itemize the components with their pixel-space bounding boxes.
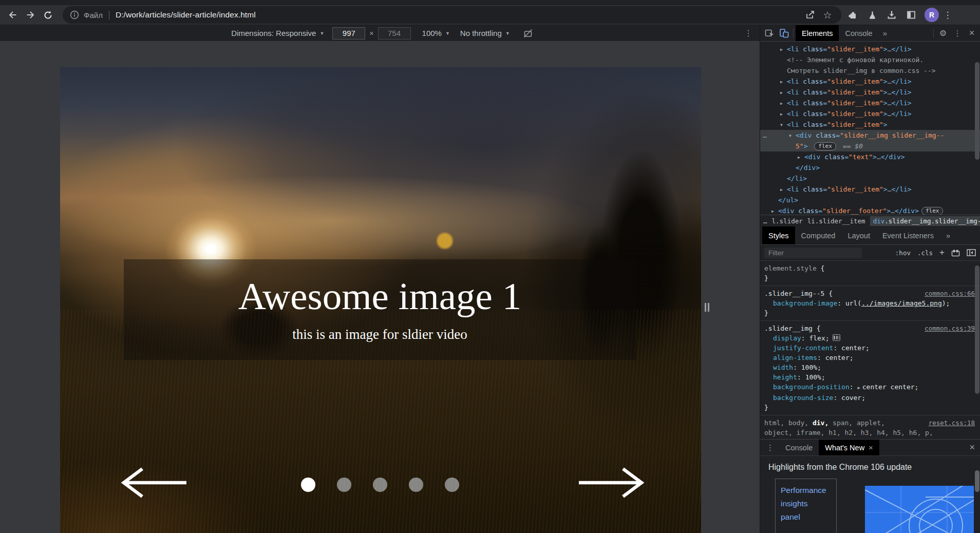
- rotate-viewport-button[interactable]: [522, 28, 534, 39]
- css-declaration[interactable]: display: flex;: [764, 333, 975, 343]
- css-declaration[interactable]: width: 100%;: [764, 363, 975, 372]
- slider-dot[interactable]: [337, 478, 351, 492]
- rule-selector[interactable]: element.style {: [764, 263, 975, 273]
- sidebar-tab-event-listeners[interactable]: Event Listeners: [876, 226, 940, 244]
- bookmark-button[interactable]: ☆: [819, 7, 836, 23]
- expand-arrow-icon[interactable]: ▼: [780, 120, 787, 130]
- breadcrumb-item[interactable]: li.slider__item: [807, 217, 865, 225]
- styles-filter-input[interactable]: Filter: [764, 248, 862, 258]
- drawer-menu-icon[interactable]: ⋮: [766, 443, 774, 452]
- toggle-device-toolbar-button[interactable]: [777, 27, 791, 40]
- dom-tree-row[interactable]: ▶<div class="text">…</div>: [760, 151, 980, 162]
- drawer-tab-what-s-new[interactable]: What's New×: [819, 440, 879, 455]
- css-property-name[interactable]: display: [773, 334, 801, 342]
- slider-dot[interactable]: [373, 478, 387, 492]
- dom-tree-row[interactable]: <!-- Элемент с фоновой картинокой.: [760, 54, 980, 65]
- zoom-select[interactable]: 100%▼: [422, 29, 450, 37]
- dom-tree-row[interactable]: ▶<li class="slider__item">…</li>: [760, 184, 980, 195]
- css-property-name[interactable]: background-size: [773, 394, 833, 402]
- close-tab-icon[interactable]: ×: [869, 443, 873, 452]
- dom-tree-row[interactable]: 5"> flex == $0: [760, 141, 980, 151]
- dom-tree-row[interactable]: ▶<li class="slider__item">…</li>: [760, 76, 980, 87]
- css-declaration[interactable]: align-items: center;: [764, 353, 975, 363]
- expand-arrow-icon[interactable]: ▶: [780, 44, 787, 55]
- css-declaration[interactable]: background-size: cover;: [764, 393, 975, 403]
- back-button[interactable]: [4, 6, 22, 24]
- css-property-name[interactable]: background-position: [773, 383, 850, 391]
- expand-arrow-icon[interactable]: ▶: [780, 184, 787, 195]
- flex-badge[interactable]: flex: [814, 142, 836, 150]
- reload-button[interactable]: [39, 6, 56, 24]
- slider-dot[interactable]: [301, 478, 315, 492]
- dom-tree-row[interactable]: ▶<li class="slider__item">…</li>: [760, 87, 980, 98]
- computed-sidebar-toggle-icon[interactable]: [967, 249, 976, 256]
- close-devtools-button[interactable]: ×: [965, 27, 979, 40]
- css-declaration[interactable]: background-image: url(../images/image5.p…: [764, 298, 975, 308]
- share-button[interactable]: [801, 7, 819, 23]
- whats-new-link[interactable]: panel: [781, 510, 831, 524]
- stylesheet-link[interactable]: common.css:66: [925, 289, 975, 298]
- expand-arrow-icon[interactable]: ▶: [780, 98, 787, 109]
- elements-scrollbar-thumb[interactable]: [975, 62, 979, 160]
- expand-arrow-icon[interactable]: ▼: [789, 130, 796, 141]
- css-property-name[interactable]: justify-content: [773, 344, 833, 352]
- css-declaration[interactable]: background-position: ▶center center;: [764, 382, 975, 393]
- flex-badge[interactable]: flex: [921, 207, 944, 215]
- element-classes-button[interactable]: .cls: [917, 249, 933, 257]
- whats-new-scrollbar-thumb[interactable]: [975, 470, 979, 492]
- whats-new-link[interactable]: insights: [781, 497, 831, 510]
- next-slide-arrow[interactable]: [578, 466, 645, 500]
- sidebar-tab-styles[interactable]: Styles: [762, 226, 795, 244]
- devtools-menu-button[interactable]: ⋮: [950, 27, 965, 40]
- devtools-tab-console[interactable]: Console: [839, 25, 878, 41]
- css-property-name[interactable]: height: [773, 373, 797, 381]
- toggle-element-state-button[interactable]: :hov: [895, 249, 911, 257]
- experiments-button[interactable]: [864, 6, 880, 24]
- dom-tree-row[interactable]: </ul>: [760, 195, 980, 205]
- expand-arrow-icon[interactable]: ▶: [780, 109, 787, 120]
- expand-arrow-icon[interactable]: ▶: [780, 87, 787, 98]
- browser-menu-icon[interactable]: ⋮: [943, 10, 952, 21]
- whats-new-card[interactable]: Performanceinsightspanel: [775, 479, 837, 533]
- css-property-name[interactable]: align-items: [773, 354, 817, 361]
- inspect-element-button[interactable]: [762, 27, 777, 40]
- url-text[interactable]: D:/work/articles/slider-article/index.ht…: [116, 10, 801, 20]
- throttling-select[interactable]: No throttling▼: [460, 29, 510, 37]
- viewport-resize-handle[interactable]: [705, 303, 709, 312]
- extensions-button[interactable]: [844, 6, 861, 24]
- dom-tree-row[interactable]: ▼<li class="slider__item">: [760, 119, 980, 130]
- rendering-emulation-icon[interactable]: [951, 249, 960, 257]
- stylesheet-link[interactable]: reset.css:18: [929, 418, 975, 428]
- breadcrumb-item[interactable]: l.slider: [772, 217, 803, 225]
- breadcrumb-item[interactable]: …: [763, 217, 767, 225]
- slider-dot[interactable]: [409, 478, 423, 492]
- prev-slide-arrow[interactable]: [121, 466, 187, 500]
- close-drawer-button[interactable]: ×: [969, 442, 975, 453]
- new-style-rule-button[interactable]: +: [939, 248, 945, 258]
- dom-tree-row[interactable]: …▼<div class="slider__img slider__img--: [760, 130, 980, 141]
- side-panel-button[interactable]: [903, 6, 919, 24]
- address-bar[interactable]: Файл D:/work/articles/slider-article/ind…: [63, 6, 841, 24]
- css-property-name[interactable]: width: [773, 364, 793, 371]
- expand-arrow-icon[interactable]: ▶: [798, 152, 804, 163]
- dom-tree-row[interactable]: ▶<div class="slider__footer">…</div>flex: [760, 205, 980, 215]
- dom-tree-row[interactable]: ▶<li class="slider__item">…</li>: [760, 44, 980, 54]
- css-property-name[interactable]: background-image: [773, 299, 837, 307]
- css-declaration[interactable]: height: 100%;: [764, 372, 975, 382]
- forward-button[interactable]: [22, 6, 39, 24]
- dom-tree-row[interactable]: </li>: [760, 173, 980, 184]
- drawer-tab-console[interactable]: Console: [779, 440, 819, 455]
- sidebar-tab-computed[interactable]: Computed: [795, 226, 842, 244]
- stylesheet-link[interactable]: common.css:39: [925, 323, 975, 333]
- viewport-width-input[interactable]: 997: [332, 27, 365, 40]
- dom-tree-row[interactable]: ▶<li class="slider__item">…</li>: [760, 108, 980, 119]
- dom-tree-row[interactable]: </div>: [760, 162, 980, 173]
- sidebar-tab-layout[interactable]: Layout: [841, 226, 876, 244]
- more-tabs-button[interactable]: »: [883, 29, 887, 37]
- devtools-tab-elements[interactable]: Elements: [796, 25, 839, 41]
- expand-arrow-icon[interactable]: ▶: [771, 206, 778, 215]
- breadcrumb-item[interactable]: div.slider__img.slider__img--5: [870, 216, 980, 226]
- slider-dot[interactable]: [445, 478, 459, 492]
- viewport-height-input[interactable]: 754: [378, 27, 411, 40]
- sidebar-tab-[interactable]: »: [940, 226, 956, 244]
